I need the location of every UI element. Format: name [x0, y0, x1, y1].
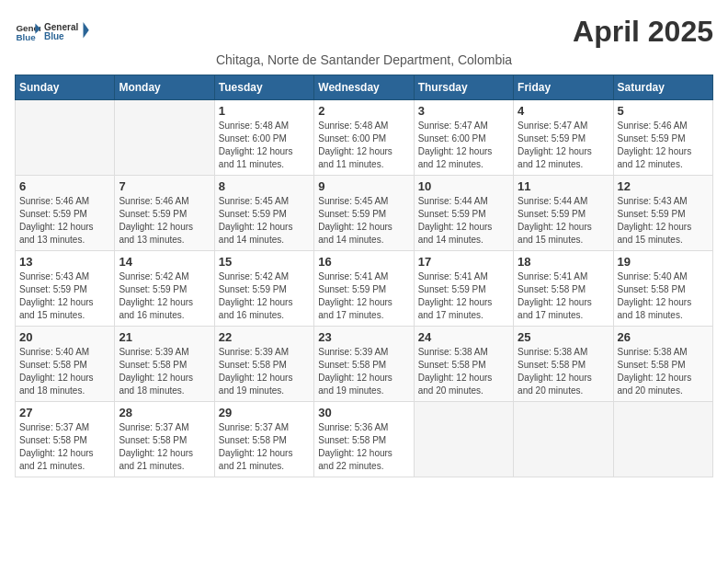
calendar-cell: 1Sunrise: 5:48 AM Sunset: 6:00 PM Daylig… [214, 100, 313, 176]
calendar-cell: 12Sunrise: 5:43 AM Sunset: 5:59 PM Dayli… [613, 176, 712, 251]
calendar-table: SundayMondayTuesdayWednesdayThursdayFrid… [15, 75, 713, 477]
calendar-cell: 6Sunrise: 5:46 AM Sunset: 5:59 PM Daylig… [16, 176, 115, 251]
day-number: 10 [418, 179, 509, 193]
calendar-cell: 21Sunrise: 5:39 AM Sunset: 5:58 PM Dayli… [115, 327, 214, 402]
calendar-cell: 20Sunrise: 5:40 AM Sunset: 5:58 PM Dayli… [16, 327, 115, 402]
calendar-cell: 24Sunrise: 5:38 AM Sunset: 5:58 PM Dayli… [414, 327, 513, 402]
day-info: Sunrise: 5:39 AM Sunset: 5:58 PM Dayligh… [219, 346, 310, 397]
calendar-cell: 11Sunrise: 5:44 AM Sunset: 5:59 PM Dayli… [514, 176, 613, 251]
logo-svg: General Blue [44, 15, 90, 48]
day-number: 6 [19, 179, 110, 193]
calendar-cell: 18Sunrise: 5:41 AM Sunset: 5:58 PM Dayli… [514, 251, 613, 327]
day-number: 25 [518, 330, 609, 344]
day-info: Sunrise: 5:40 AM Sunset: 5:58 PM Dayligh… [618, 270, 709, 322]
day-number: 13 [19, 255, 110, 269]
day-info: Sunrise: 5:37 AM Sunset: 5:58 PM Dayligh… [219, 421, 310, 473]
calendar-cell: 5Sunrise: 5:46 AM Sunset: 5:59 PM Daylig… [613, 100, 712, 176]
day-number: 21 [119, 330, 210, 344]
svg-text:General: General [44, 22, 78, 32]
weekday-header: Thursday [414, 75, 513, 100]
day-info: Sunrise: 5:46 AM Sunset: 5:59 PM Dayligh… [19, 195, 110, 247]
day-info: Sunrise: 5:38 AM Sunset: 5:58 PM Dayligh… [418, 346, 509, 397]
weekday-header: Sunday [16, 75, 115, 100]
calendar-cell [16, 100, 115, 176]
calendar-cell [613, 402, 712, 477]
day-number: 11 [518, 179, 609, 193]
day-info: Sunrise: 5:38 AM Sunset: 5:58 PM Dayligh… [518, 346, 609, 397]
calendar-cell: 16Sunrise: 5:41 AM Sunset: 5:59 PM Dayli… [314, 251, 414, 327]
day-info: Sunrise: 5:40 AM Sunset: 5:58 PM Dayligh… [19, 346, 110, 397]
logo-icon: General Blue [15, 18, 40, 44]
day-number: 27 [19, 406, 110, 419]
calendar-cell [414, 402, 513, 477]
calendar-cell: 27Sunrise: 5:37 AM Sunset: 5:58 PM Dayli… [16, 402, 115, 477]
day-number: 3 [418, 104, 509, 118]
calendar-cell: 29Sunrise: 5:37 AM Sunset: 5:58 PM Dayli… [214, 402, 313, 477]
day-info: Sunrise: 5:45 AM Sunset: 5:59 PM Dayligh… [219, 195, 310, 247]
calendar-cell: 19Sunrise: 5:40 AM Sunset: 5:58 PM Dayli… [613, 251, 712, 327]
calendar-cell: 30Sunrise: 5:36 AM Sunset: 5:58 PM Dayli… [314, 402, 414, 477]
calendar-week-row: 1Sunrise: 5:48 AM Sunset: 6:00 PM Daylig… [16, 100, 713, 176]
day-number: 29 [219, 406, 310, 419]
day-info: Sunrise: 5:41 AM Sunset: 5:58 PM Dayligh… [518, 270, 609, 322]
weekday-header: Wednesday [314, 75, 414, 100]
day-info: Sunrise: 5:42 AM Sunset: 5:59 PM Dayligh… [119, 270, 210, 322]
day-info: Sunrise: 5:36 AM Sunset: 5:58 PM Dayligh… [318, 421, 409, 473]
day-number: 2 [318, 104, 409, 118]
calendar-cell: 8Sunrise: 5:45 AM Sunset: 5:59 PM Daylig… [214, 176, 313, 251]
weekday-header: Tuesday [214, 75, 313, 100]
day-info: Sunrise: 5:37 AM Sunset: 5:58 PM Dayligh… [119, 421, 210, 473]
calendar-week-row: 13Sunrise: 5:43 AM Sunset: 5:59 PM Dayli… [16, 251, 713, 327]
calendar-cell: 28Sunrise: 5:37 AM Sunset: 5:58 PM Dayli… [115, 402, 214, 477]
day-number: 1 [219, 104, 310, 118]
day-info: Sunrise: 5:46 AM Sunset: 5:59 PM Dayligh… [618, 120, 709, 171]
day-number: 7 [119, 179, 210, 193]
calendar-week-row: 27Sunrise: 5:37 AM Sunset: 5:58 PM Dayli… [16, 402, 713, 477]
day-info: Sunrise: 5:43 AM Sunset: 5:59 PM Dayligh… [618, 195, 709, 247]
page-header: General Blue General Blue April 2025 [15, 15, 713, 49]
day-info: Sunrise: 5:44 AM Sunset: 5:59 PM Dayligh… [418, 195, 509, 247]
day-info: Sunrise: 5:48 AM Sunset: 6:00 PM Dayligh… [318, 120, 409, 171]
day-info: Sunrise: 5:39 AM Sunset: 5:58 PM Dayligh… [119, 346, 210, 397]
calendar-cell: 2Sunrise: 5:48 AM Sunset: 6:00 PM Daylig… [314, 100, 414, 176]
day-number: 22 [219, 330, 310, 344]
weekday-header: Monday [115, 75, 214, 100]
day-info: Sunrise: 5:42 AM Sunset: 5:59 PM Dayligh… [219, 270, 310, 322]
day-info: Sunrise: 5:37 AM Sunset: 5:58 PM Dayligh… [19, 421, 110, 473]
day-info: Sunrise: 5:41 AM Sunset: 5:59 PM Dayligh… [418, 270, 509, 322]
calendar-cell: 26Sunrise: 5:38 AM Sunset: 5:58 PM Dayli… [613, 327, 712, 402]
day-number: 16 [318, 255, 409, 269]
day-info: Sunrise: 5:41 AM Sunset: 5:59 PM Dayligh… [318, 270, 409, 322]
calendar-cell: 14Sunrise: 5:42 AM Sunset: 5:59 PM Dayli… [115, 251, 214, 327]
location-title: Chitaga, Norte de Santander Department, … [15, 52, 713, 67]
calendar-cell: 25Sunrise: 5:38 AM Sunset: 5:58 PM Dayli… [514, 327, 613, 402]
calendar-cell [115, 100, 214, 176]
title-area: April 2025 [573, 15, 713, 49]
day-number: 20 [19, 330, 110, 344]
calendar-cell: 9Sunrise: 5:45 AM Sunset: 5:59 PM Daylig… [314, 176, 414, 251]
svg-text:Blue: Blue [16, 32, 36, 42]
svg-text:Blue: Blue [44, 31, 64, 41]
logo: General Blue General Blue [15, 15, 90, 48]
day-info: Sunrise: 5:38 AM Sunset: 5:58 PM Dayligh… [618, 346, 709, 397]
day-info: Sunrise: 5:47 AM Sunset: 6:00 PM Dayligh… [418, 120, 509, 171]
day-info: Sunrise: 5:39 AM Sunset: 5:58 PM Dayligh… [318, 346, 409, 397]
calendar-cell: 10Sunrise: 5:44 AM Sunset: 5:59 PM Dayli… [414, 176, 513, 251]
calendar-cell: 13Sunrise: 5:43 AM Sunset: 5:59 PM Dayli… [16, 251, 115, 327]
day-number: 8 [219, 179, 310, 193]
calendar-week-row: 6Sunrise: 5:46 AM Sunset: 5:59 PM Daylig… [16, 176, 713, 251]
day-number: 23 [318, 330, 409, 344]
day-info: Sunrise: 5:43 AM Sunset: 5:59 PM Dayligh… [19, 270, 110, 322]
calendar-cell [514, 402, 613, 477]
weekday-header: Saturday [613, 75, 712, 100]
day-number: 17 [418, 255, 509, 269]
svg-marker-5 [84, 22, 89, 39]
day-info: Sunrise: 5:44 AM Sunset: 5:59 PM Dayligh… [518, 195, 609, 247]
day-number: 24 [418, 330, 509, 344]
day-info: Sunrise: 5:45 AM Sunset: 5:59 PM Dayligh… [318, 195, 409, 247]
day-info: Sunrise: 5:48 AM Sunset: 6:00 PM Dayligh… [219, 120, 310, 171]
day-info: Sunrise: 5:46 AM Sunset: 5:59 PM Dayligh… [119, 195, 210, 247]
calendar-cell: 22Sunrise: 5:39 AM Sunset: 5:58 PM Dayli… [214, 327, 313, 402]
day-number: 12 [618, 179, 709, 193]
day-number: 5 [618, 104, 709, 118]
